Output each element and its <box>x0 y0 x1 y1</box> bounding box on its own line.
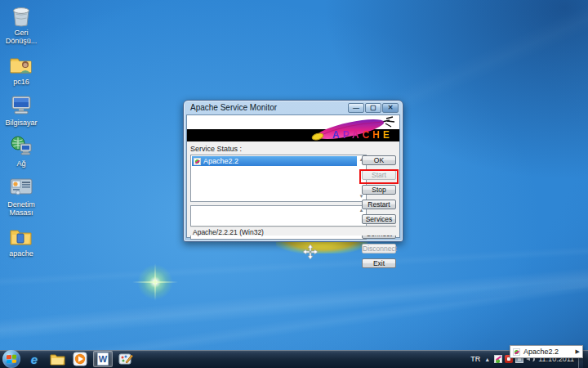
disconnect-button: Disconnect <box>362 244 396 254</box>
taskbar-internet-explorer[interactable]: e <box>24 351 44 367</box>
wallpaper-streak <box>0 259 588 344</box>
apache-wordmark: APACHE <box>332 129 393 141</box>
desktop-icon-label: apache <box>0 249 42 258</box>
desktop-icon-label: Geri Dönüşü... <box>0 29 42 45</box>
wallpaper-sparkle <box>132 263 178 301</box>
taskbar-paint[interactable] <box>116 351 136 367</box>
user-folder-icon <box>9 52 33 77</box>
recycle-bin-icon <box>9 3 33 28</box>
folder-icon <box>50 352 65 366</box>
service-name: Apache2.2 <box>203 157 238 165</box>
desktop-icon-label: Denetim Masası <box>0 200 42 217</box>
desktop-icon-apache-folder[interactable]: apache <box>0 224 42 258</box>
service-running-icon <box>194 158 201 165</box>
service-status-list[interactable]: Apache2.2 ▲ ▼ <box>190 155 367 202</box>
taskbar: e W TR <box>0 350 588 368</box>
show-hidden-icons-icon[interactable]: ▲ <box>484 357 490 362</box>
language-indicator[interactable]: TR <box>470 355 480 363</box>
caption-buttons: — ▢ ✕ <box>348 103 399 113</box>
folder-icon <box>9 224 33 249</box>
service-list-item-apache22[interactable]: Apache2.2 <box>192 156 357 166</box>
dialog-body: Service Status : Apache2.2 ▲ ▼ ▲ ▼ OK St… <box>190 145 396 236</box>
dialog-button-column: OK Start Stop Restart Services Connect D… <box>362 151 396 269</box>
paint-icon <box>118 352 133 366</box>
desktop-icon-column: Geri Dönüşü... pc16 Bilgisayar <box>0 3 42 265</box>
close-button[interactable]: ✕ <box>382 103 399 113</box>
taskbar-windows-explorer[interactable] <box>47 351 67 367</box>
control-panel-icon <box>9 175 33 200</box>
windows-logo-icon <box>7 355 16 364</box>
apache-banner: APACHE <box>187 115 399 141</box>
minimize-button[interactable]: — <box>348 103 364 113</box>
taskbar-pinned-icons: e W <box>24 351 136 367</box>
services-button[interactable]: Services <box>362 214 396 224</box>
media-player-icon <box>73 352 87 366</box>
desktop-icon-label: Bilgisayar <box>0 119 42 127</box>
wallpaper-streak <box>0 240 588 289</box>
start-button[interactable] <box>2 350 20 368</box>
window-titlebar[interactable]: Apache Service Monitor — ▢ ✕ <box>186 101 400 114</box>
desktop-icon-control-panel[interactable]: Denetim Masası <box>0 175 42 217</box>
desktop-icon-computer[interactable]: Bilgisayar <box>0 93 42 127</box>
taskbar-word[interactable]: W <box>93 351 113 367</box>
apache-monitor-tray-icon[interactable] <box>494 355 502 363</box>
restart-button[interactable]: Restart <box>362 200 396 209</box>
tray-popup-service-label: Apache2.2 <box>523 348 572 356</box>
desktop-icon-label: pc16 <box>0 78 42 86</box>
apache-feather-running-icon <box>513 348 520 356</box>
stop-button[interactable]: Stop <box>362 185 396 195</box>
window-title: Apache Service Monitor <box>190 103 348 112</box>
window-client-area: APACHE Service Status : Apache2.2 ▲ ▼ ▲ … <box>186 114 400 238</box>
computer-icon <box>9 93 33 118</box>
desktop-icon-label: Ağ <box>0 159 42 168</box>
apache-service-monitor-window: Apache Service Monitor — ▢ ✕ <box>183 100 403 242</box>
internet-explorer-icon: e <box>31 352 38 366</box>
desktop-icon-recycle-bin[interactable]: Geri Dönüşü... <box>0 3 42 45</box>
ok-button[interactable]: OK <box>362 155 396 165</box>
apache-tray-popup-menu[interactable]: Apache2.2 ▶ <box>510 345 583 358</box>
word-icon: W <box>97 352 109 366</box>
desktop-icon-user-folder[interactable]: pc16 <box>0 52 42 86</box>
taskbar-media-player[interactable] <box>70 351 90 367</box>
start-button: Start <box>362 170 396 180</box>
network-icon <box>9 134 33 159</box>
maximize-button[interactable]: ▢ <box>365 103 381 113</box>
desktop-icon-network[interactable]: Ağ <box>0 134 42 168</box>
exit-button[interactable]: Exit <box>362 258 396 268</box>
window-statusbar: Apache/2.2.21 (Win32) <box>190 227 396 236</box>
submenu-arrow-icon: ▶ <box>576 348 580 355</box>
